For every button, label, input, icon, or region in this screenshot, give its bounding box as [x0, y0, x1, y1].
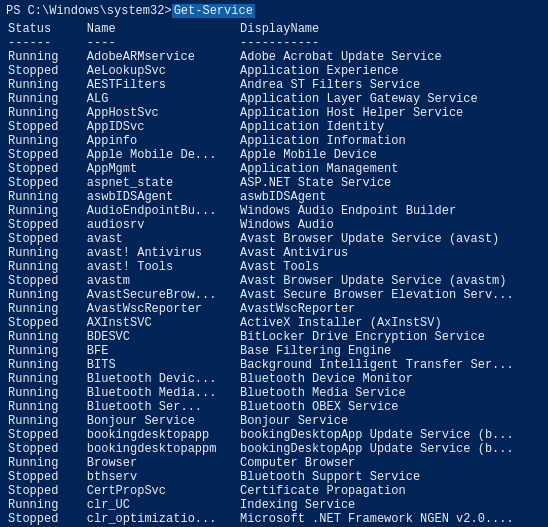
cell-name: Bluetooth Ser...: [85, 400, 238, 414]
cell-status: Running: [6, 330, 85, 344]
cell-status: Running: [6, 204, 85, 218]
table-row: Runningclr_UCIndexing Service: [6, 498, 542, 512]
cell-displayname: Apple Mobile Device: [238, 148, 542, 162]
cell-name: bthserv: [85, 470, 238, 484]
cell-status: Stopped: [6, 512, 85, 526]
table-row: RunningaswbIDSAgentaswbIDSAgent: [6, 190, 542, 204]
cell-displayname: bookingDesktopApp Update Service (b...: [238, 442, 542, 456]
cell-status: Running: [6, 78, 85, 92]
cell-name: avastm: [85, 274, 238, 288]
header-underline-row: ------ ---- -----------: [6, 36, 542, 50]
cell-name: Bluetooth Devic...: [85, 372, 238, 386]
cell-displayname: Bluetooth Support Service: [238, 470, 542, 484]
cell-name: AXInstSVC: [85, 316, 238, 330]
table-row: RunningAESTFiltersAndrea ST Filters Serv…: [6, 78, 542, 92]
cell-displayname: Avast Browser Update Service (avast): [238, 232, 542, 246]
cell-displayname: Base Filtering Engine: [238, 344, 542, 358]
cell-status: Stopped: [6, 316, 85, 330]
table-row: RunningAppHostSvcApplication Host Helper…: [6, 106, 542, 120]
cell-status: Running: [6, 134, 85, 148]
cell-status: Stopped: [6, 274, 85, 288]
table-row: RunningAppinfoApplication Information: [6, 134, 542, 148]
cell-status: Stopped: [6, 442, 85, 456]
cell-displayname: Bluetooth Media Service: [238, 386, 542, 400]
cell-name: Appinfo: [85, 134, 238, 148]
table-row: Stoppedclr_optimizatio...Microsoft .NET …: [6, 512, 542, 526]
table-row: StoppedCertPropSvcCertificate Propagatio…: [6, 484, 542, 498]
cell-status: Stopped: [6, 148, 85, 162]
cell-displayname: Computer Browser: [238, 456, 542, 470]
cell-name: AvastWscReporter: [85, 302, 238, 316]
cell-name: BFE: [85, 344, 238, 358]
table-row: Stoppedaspnet_stateASP.NET State Service: [6, 176, 542, 190]
cell-status: Stopped: [6, 218, 85, 232]
cell-displayname: aswbIDSAgent: [238, 190, 542, 204]
cell-name: Bluetooth Media...: [85, 386, 238, 400]
cell-name: Apple Mobile De...: [85, 148, 238, 162]
cell-status: Running: [6, 260, 85, 274]
cell-status: Running: [6, 498, 85, 512]
cell-name: BDESVC: [85, 330, 238, 344]
cell-status: Running: [6, 106, 85, 120]
cell-name: bookingdesktopappm: [85, 442, 238, 456]
cell-displayname: Bluetooth Device Monitor: [238, 372, 542, 386]
cell-status: Stopped: [6, 232, 85, 246]
cell-status: Running: [6, 386, 85, 400]
cell-name: avast! Tools: [85, 260, 238, 274]
table-body: RunningAdobeARMserviceAdobe Acrobat Upda…: [6, 50, 542, 527]
table-row: RunningAudioEndpointBu...Windows Audio E…: [6, 204, 542, 218]
table-row: StoppedavastAvast Browser Update Service…: [6, 232, 542, 246]
table-row: StoppedAXInstSVCActiveX Installer (AxIns…: [6, 316, 542, 330]
cell-displayname: Application Experience: [238, 64, 542, 78]
cell-status: Running: [6, 400, 85, 414]
cell-displayname: Andrea ST Filters Service: [238, 78, 542, 92]
cell-displayname: Certificate Propagation: [238, 484, 542, 498]
table-row: RunningBITSBackground Intelligent Transf…: [6, 358, 542, 372]
cell-displayname: Application Management: [238, 162, 542, 176]
cell-name: AppHostSvc: [85, 106, 238, 120]
table-row: RunningBluetooth Devic...Bluetooth Devic…: [6, 372, 542, 386]
cell-status: Stopped: [6, 484, 85, 498]
cell-name: AESTFilters: [85, 78, 238, 92]
cell-status: Stopped: [6, 428, 85, 442]
cell-displayname: Application Identity: [238, 120, 542, 134]
cell-name: avast: [85, 232, 238, 246]
cell-status: Running: [6, 190, 85, 204]
cell-name: BITS: [85, 358, 238, 372]
table-row: StoppedApple Mobile De...Apple Mobile De…: [6, 148, 542, 162]
cell-status: Running: [6, 456, 85, 470]
cell-displayname: Windows Audio: [238, 218, 542, 232]
cell-displayname: Avast Browser Update Service (avastm): [238, 274, 542, 288]
cell-name: ALG: [85, 92, 238, 106]
output-table: Status Name DisplayName ------ ---- ----…: [6, 22, 542, 527]
cell-status: Running: [6, 344, 85, 358]
cell-name: avast! Antivirus: [85, 246, 238, 260]
cell-displayname: Avast Tools: [238, 260, 542, 274]
cell-status: Stopped: [6, 162, 85, 176]
table-row: StoppedbthservBluetooth Support Service: [6, 470, 542, 484]
cell-displayname: Avast Secure Browser Elevation Serv...: [238, 288, 542, 302]
command-text: Get-Service: [172, 4, 255, 18]
cell-status: Running: [6, 302, 85, 316]
cell-status: Running: [6, 246, 85, 260]
cell-displayname: Adobe Acrobat Update Service: [238, 50, 542, 64]
header-displayname: DisplayName: [238, 22, 542, 36]
table-header-row: Status Name DisplayName: [6, 22, 542, 36]
cell-status: Running: [6, 92, 85, 106]
table-row: StoppedAppIDSvcApplication Identity: [6, 120, 542, 134]
cell-name: AppIDSvc: [85, 120, 238, 134]
table-row: RunningAvastSecureBrow...Avast Secure Br…: [6, 288, 542, 302]
table-row: RunningBDESVCBitLocker Drive Encryption …: [6, 330, 542, 344]
cell-name: bookingdesktopapp: [85, 428, 238, 442]
cell-status: Stopped: [6, 176, 85, 190]
cell-name: AudioEndpointBu...: [85, 204, 238, 218]
cell-displayname: Application Layer Gateway Service: [238, 92, 542, 106]
cell-displayname: Microsoft .NET Framework NGEN v2.0....: [238, 512, 542, 526]
header-name: Name: [85, 22, 238, 36]
prompt-line: PS C:\Windows\system32> Get-Service: [6, 4, 542, 18]
table-row: RunningBluetooth Media...Bluetooth Media…: [6, 386, 542, 400]
table-row: RunningBluetooth Ser...Bluetooth OBEX Se…: [6, 400, 542, 414]
table-row: RunningBFEBase Filtering Engine: [6, 344, 542, 358]
table-row: StoppedavastmAvast Browser Update Servic…: [6, 274, 542, 288]
header-status: Status: [6, 22, 85, 36]
